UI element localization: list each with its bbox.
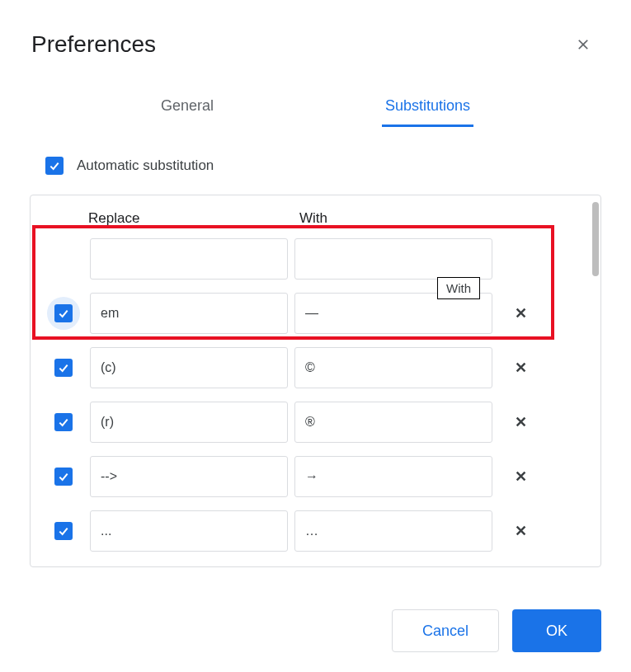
with-input[interactable] (294, 347, 492, 388)
delete-cell: ✕ (496, 518, 545, 544)
check-icon (57, 470, 70, 483)
tabs: General Substitutions (0, 91, 631, 127)
replace-cell (87, 238, 291, 280)
column-header-with: With (299, 210, 511, 227)
with-input[interactable] (294, 238, 492, 280)
delete-row-button[interactable]: ✕ (507, 463, 534, 490)
delete-cell: ✕ (496, 463, 545, 490)
checkbox-cell (40, 351, 87, 384)
with-input[interactable] (294, 510, 492, 552)
dialog-title: Preferences (31, 31, 156, 58)
check-icon (57, 524, 70, 538)
replace-cell (87, 510, 291, 552)
substitutions-table: Replace With ✕✕✕✕✕ (30, 195, 601, 567)
with-input[interactable] (294, 456, 492, 497)
replace-input[interactable] (90, 456, 288, 497)
scrollbar[interactable] (592, 202, 599, 276)
auto-substitution-checkbox[interactable] (45, 157, 64, 175)
auto-substitution-label: Automatic substitution (77, 157, 214, 174)
close-icon: ✕ (515, 304, 527, 322)
rows-container: ✕✕✕✕✕ (31, 232, 600, 558)
table-row: ✕ (31, 449, 591, 504)
checkbox-focus-ring (47, 351, 80, 384)
close-icon: ✕ (515, 359, 527, 377)
check-icon (57, 361, 70, 374)
table-row: ✕ (31, 504, 591, 558)
table-row: ✕ (31, 341, 591, 395)
close-icon: ✕ (515, 522, 527, 540)
checkbox-cell (40, 406, 87, 439)
replace-cell (87, 347, 291, 388)
checkbox-focus-ring (47, 460, 80, 493)
delete-cell: ✕ (496, 409, 545, 435)
close-icon: ✕ (515, 413, 527, 431)
close-button[interactable] (568, 30, 598, 59)
check-icon (57, 416, 70, 429)
replace-cell (87, 402, 291, 443)
replace-input[interactable] (90, 238, 288, 280)
checkbox-cell (40, 297, 87, 330)
delete-cell: ✕ (496, 355, 545, 381)
with-cell (291, 402, 496, 443)
close-icon: ✕ (515, 468, 527, 486)
dialog-header: Preferences (0, 0, 631, 76)
with-cell (291, 238, 496, 280)
checkbox-focus-ring (47, 406, 80, 439)
replace-cell (87, 456, 291, 497)
column-header-replace: Replace (88, 210, 299, 227)
tab-general[interactable]: General (158, 91, 217, 127)
checkbox-cell (40, 460, 87, 493)
replace-input[interactable] (90, 402, 288, 443)
checkbox-focus-ring (47, 515, 80, 547)
delete-row-button[interactable]: ✕ (507, 300, 534, 327)
row-checkbox[interactable] (54, 413, 73, 431)
with-cell (291, 347, 496, 388)
delete-row-button[interactable]: ✕ (507, 518, 534, 544)
delete-cell: ✕ (496, 300, 545, 327)
check-icon (57, 307, 70, 320)
table-row: ✕ (31, 286, 591, 341)
with-cell (291, 456, 496, 497)
with-input[interactable] (294, 402, 492, 443)
delete-row-button[interactable]: ✕ (507, 355, 534, 381)
auto-substitution-row: Automatic substitution (0, 127, 631, 195)
check-icon (48, 159, 61, 172)
replace-input[interactable] (90, 510, 288, 552)
delete-row-button[interactable]: ✕ (507, 409, 534, 435)
ok-button[interactable]: OK (512, 609, 601, 652)
table-row (31, 232, 591, 286)
preferences-dialog: Preferences General Substitutions Automa… (0, 0, 631, 672)
column-headers: Replace With (31, 195, 600, 232)
dialog-footer: Cancel OK (392, 609, 601, 652)
row-checkbox[interactable] (54, 468, 73, 486)
table-row: ✕ (31, 395, 591, 449)
checkbox-cell (40, 515, 87, 547)
replace-input[interactable] (90, 293, 288, 334)
with-cell (291, 510, 496, 552)
replace-cell (87, 293, 291, 334)
row-checkbox[interactable] (54, 304, 73, 322)
replace-input[interactable] (90, 347, 288, 388)
row-checkbox[interactable] (54, 359, 73, 377)
tab-substitutions[interactable]: Substitutions (382, 91, 473, 127)
tooltip-with: With (437, 277, 480, 299)
close-icon (575, 36, 591, 53)
row-checkbox[interactable] (54, 522, 73, 540)
cancel-button[interactable]: Cancel (392, 609, 499, 652)
checkbox-focus-ring (47, 297, 80, 330)
